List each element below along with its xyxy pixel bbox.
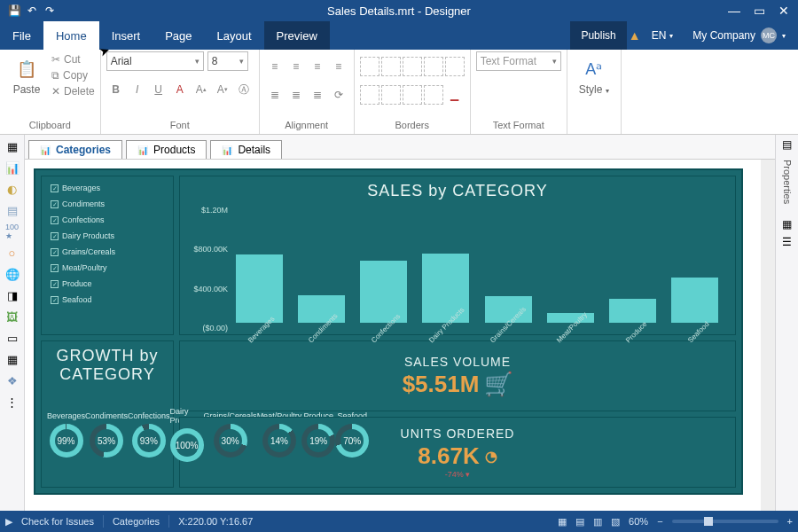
border-right-button[interactable] (403, 85, 422, 105)
menu-file[interactable]: File (0, 21, 43, 50)
menu-page[interactable]: Page (153, 21, 204, 50)
menu-insert[interactable]: Insert (99, 21, 153, 50)
growth-title: GROWTH by CATEGORY (42, 341, 173, 389)
valign-middle-button[interactable]: ≣ (286, 85, 306, 105)
align-justify-button[interactable]: ≡ (329, 57, 348, 76)
menu-layout[interactable]: Layout (205, 21, 264, 50)
category-checkbox[interactable]: ✓Produce (51, 279, 164, 288)
rect-icon[interactable]: ▭ (4, 330, 20, 346)
zoom-slider[interactable] (672, 520, 778, 523)
layers-icon[interactable]: ◨ (4, 287, 20, 303)
bell-icon[interactable]: ▲ (629, 28, 641, 43)
view-mode-4-icon[interactable]: ▧ (611, 516, 620, 528)
border-none-button[interactable] (381, 57, 401, 76)
tab-details[interactable]: 📊Details (210, 140, 282, 159)
view-mode-1-icon[interactable]: ▦ (558, 516, 567, 528)
valign-bottom-button[interactable]: ≣ (308, 85, 327, 105)
list-icon[interactable]: ☰ (782, 236, 792, 248)
grid-icon[interactable]: ▦ (782, 218, 792, 231)
globe-icon[interactable]: 🌐 (4, 266, 20, 282)
category-checkbox[interactable]: ✓Confections (51, 215, 164, 224)
border-outer-button[interactable] (403, 57, 422, 76)
text-format-combo[interactable]: Text Format▾ (476, 51, 561, 71)
table-icon[interactable]: ▦ (4, 138, 20, 154)
view-mode-2-icon[interactable]: ▤ (575, 516, 584, 528)
border-inner-button[interactable] (424, 57, 443, 76)
bold-button[interactable]: B (106, 80, 126, 99)
align-center-button[interactable]: ≡ (286, 57, 306, 76)
status-coords: X:220.00 Y:16.67 (178, 516, 253, 527)
valign-top-button[interactable]: ≣ (265, 85, 285, 105)
grow-font-button[interactable]: A▴ (192, 80, 211, 99)
delete-icon: ✕ (51, 85, 60, 98)
vertical-scrollbar[interactable] (761, 160, 775, 511)
publish-button[interactable]: Publish (570, 21, 626, 50)
paste-button[interactable]: 📋Paste (5, 51, 48, 99)
play-icon[interactable]: ▶ (5, 516, 12, 528)
border-top-button[interactable] (381, 85, 401, 105)
border-left-button[interactable] (360, 85, 379, 105)
circle-icon[interactable]: ○ (4, 245, 20, 261)
style-button[interactable]: AᵃStyle ▾ (573, 51, 615, 99)
bar-dairy-products: Dairy Products (417, 206, 475, 331)
share-icon[interactable]: ❖ (4, 372, 20, 388)
bar-condiments: Condiments (292, 206, 350, 331)
menu-home[interactable]: Home (43, 21, 99, 50)
grid-icon[interactable]: ▦ (4, 351, 20, 367)
language-selector[interactable]: EN▾ (643, 29, 683, 42)
dial-beverages: Beverages99% (47, 411, 85, 458)
delete-button[interactable]: ✕Delete (51, 85, 95, 98)
category-checkbox[interactable]: ✓Meat/Poultry (51, 263, 164, 272)
category-checkbox[interactable]: ✓Beverages (51, 184, 164, 192)
zoom-out-button[interactable]: − (657, 516, 662, 527)
options-icon[interactable]: ⋮ (4, 394, 20, 410)
border-shadow-button[interactable] (445, 57, 465, 76)
redo-icon[interactable]: ↷ (43, 4, 57, 17)
border-bottom-button[interactable] (424, 85, 443, 105)
check-issues[interactable]: Check for Issues (21, 516, 94, 527)
window-icon[interactable]: ▤ (4, 202, 20, 218)
italic-button[interactable]: I (128, 80, 147, 99)
chart-icon: 📊 (222, 145, 232, 155)
image-icon[interactable]: 🖼 (4, 309, 20, 325)
category-checkbox[interactable]: ✓Seafood (51, 295, 164, 304)
dial-dairy-products: Dairy Products100% (170, 407, 204, 462)
view-mode-3-icon[interactable]: ▥ (593, 516, 602, 528)
rotate-button[interactable]: ⟳ (329, 85, 348, 105)
font-color-button[interactable]: A (170, 80, 190, 99)
barchart-icon[interactable]: 📊 (4, 160, 20, 176)
font-family-combo[interactable]: Arial▾ (106, 51, 204, 71)
border-color-button[interactable]: ▁ (445, 85, 465, 105)
company-selector[interactable]: My CompanyMC▾ (684, 27, 794, 43)
copy-button[interactable]: ⧉Copy (51, 69, 95, 82)
underline-button[interactable]: U (149, 80, 168, 99)
clock-icon[interactable]: ◐ (4, 181, 20, 197)
group-alignment-label: Alignment (265, 118, 348, 134)
category-checkbox[interactable]: ✓Grains/Cereals (51, 247, 164, 256)
border-all-button[interactable] (360, 57, 379, 76)
cut-button[interactable]: ✂Cut (51, 53, 95, 66)
group-textformat-label: Text Format (476, 118, 561, 134)
minimize-icon[interactable]: — (722, 0, 747, 21)
chart-icon: 📊 (40, 145, 51, 155)
menu-preview[interactable]: Preview (264, 21, 330, 50)
undo-icon[interactable]: ↶ (25, 4, 39, 17)
save-icon[interactable]: 💾 (7, 4, 21, 17)
dashboard: ✓Beverages✓Condiments✓Confections✓Dairy … (34, 168, 743, 495)
tab-products[interactable]: 📊Products (126, 140, 207, 159)
category-checkbox[interactable]: ✓Dairy Products (51, 231, 164, 240)
zoom-in-button[interactable]: + (787, 516, 793, 527)
align-left-button[interactable]: ≡ (265, 57, 285, 76)
title-bar: 💾 ↶ ↷ Sales Details.mrt - Designer — ▭ ✕ (0, 0, 798, 21)
star-icon[interactable]: 100★ (4, 223, 20, 239)
font-size-combo[interactable]: 8▾ (207, 51, 248, 71)
align-right-button[interactable]: ≡ (308, 57, 327, 76)
clear-format-button[interactable]: Ⓐ (234, 80, 254, 99)
close-icon[interactable]: ✕ (771, 0, 796, 21)
restore-icon[interactable]: ▭ (747, 0, 771, 21)
properties-label[interactable]: Properties (782, 160, 793, 204)
panel-icon[interactable]: ▤ (782, 138, 792, 151)
category-checkbox[interactable]: ✓Condiments (51, 200, 164, 208)
tab-categories[interactable]: 📊Categories (28, 140, 122, 159)
shrink-font-button[interactable]: A▾ (213, 80, 232, 99)
